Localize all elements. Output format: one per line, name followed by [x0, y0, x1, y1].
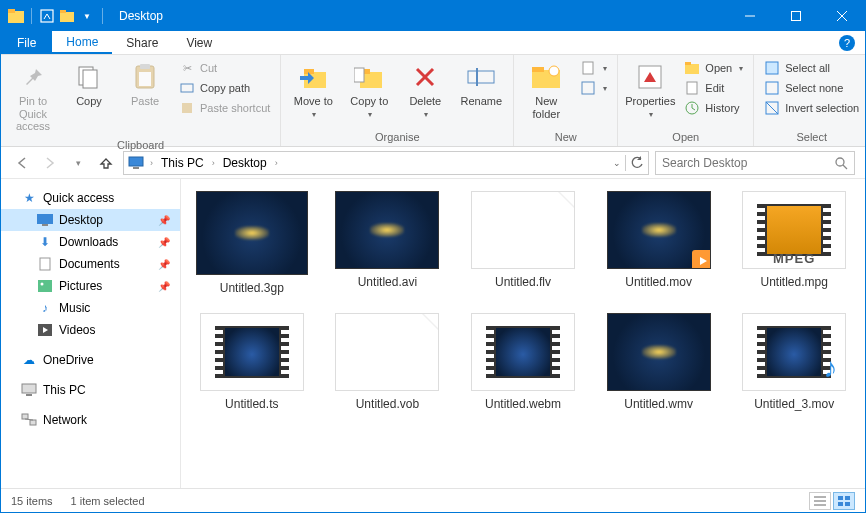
close-button[interactable]	[819, 1, 865, 31]
history-icon	[684, 100, 700, 116]
file-thumbnail	[200, 313, 304, 391]
copy-icon	[73, 61, 105, 93]
svg-rect-20	[354, 68, 364, 82]
pin-quick-access-button[interactable]: Pin to Quick access	[7, 57, 59, 137]
svg-rect-3	[60, 12, 74, 22]
file-label: Untitled.flv	[495, 275, 551, 289]
ribbon-group-new: New folder ▾ ▾ New	[514, 55, 618, 146]
new-folder-button[interactable]: New folder	[520, 57, 572, 124]
delete-button[interactable]: Delete▾	[399, 57, 451, 123]
select-all-button[interactable]: Select all	[760, 59, 863, 77]
open-button[interactable]: Open▾	[680, 59, 747, 77]
select-none-button[interactable]: Select none	[760, 79, 863, 97]
file-item[interactable]: Untitled.wmv	[594, 313, 724, 411]
invert-selection-button[interactable]: Invert selection	[760, 99, 863, 117]
file-item[interactable]: Untitled.3gp	[187, 191, 317, 295]
nav-documents[interactable]: Documents📌	[1, 253, 180, 275]
title-bar: ▼ Desktop	[1, 1, 865, 31]
file-label: Untitled.mpg	[761, 275, 828, 289]
svg-rect-10	[83, 70, 97, 88]
help-icon[interactable]: ?	[839, 35, 855, 51]
downloads-icon: ⬇	[37, 234, 53, 250]
cut-button[interactable]: ✂Cut	[175, 59, 274, 77]
file-thumbnail	[471, 191, 575, 269]
crumb-desktop[interactable]: Desktop	[221, 156, 269, 170]
back-button[interactable]	[11, 152, 33, 174]
window-title: Desktop	[113, 9, 727, 23]
qat-properties-icon[interactable]	[38, 7, 56, 25]
svg-rect-13	[139, 72, 151, 86]
tab-share[interactable]: Share	[112, 31, 172, 54]
history-button[interactable]: History	[680, 99, 747, 117]
edit-button[interactable]: Edit	[680, 79, 747, 97]
minimize-button[interactable]	[727, 1, 773, 31]
file-thumbnail	[335, 191, 439, 269]
address-bar[interactable]: › This PC › Desktop › ⌄	[123, 151, 649, 175]
file-item[interactable]: Untitled.flv	[458, 191, 588, 295]
delete-icon	[409, 61, 441, 93]
file-item[interactable]: Untitled.avi	[323, 191, 453, 295]
paste-shortcut-icon	[179, 100, 195, 116]
file-item[interactable]: MPEGUntitled.mpg	[729, 191, 859, 295]
svg-rect-1	[8, 9, 15, 13]
music-note-icon: ♪	[823, 352, 837, 384]
tab-view[interactable]: View	[172, 31, 226, 54]
svg-rect-15	[182, 103, 192, 113]
nav-this-pc[interactable]: This PC	[1, 379, 180, 401]
search-icon[interactable]	[834, 156, 848, 170]
nav-network[interactable]: Network	[1, 409, 180, 431]
svg-point-46	[41, 283, 44, 286]
svg-rect-58	[838, 502, 843, 506]
qat-newfolder-icon[interactable]	[58, 7, 76, 25]
copy-button[interactable]: Copy	[63, 57, 115, 112]
svg-line-41	[843, 165, 847, 169]
copy-to-button[interactable]: Copy to▾	[343, 57, 395, 123]
file-item[interactable]: ♪Untitled_3.mov	[729, 313, 859, 411]
nav-quick-access[interactable]: ★Quick access	[1, 187, 180, 209]
move-to-button[interactable]: Move to▾	[287, 57, 339, 123]
scissors-icon: ✂	[179, 60, 195, 76]
svg-rect-2	[41, 10, 53, 22]
properties-icon	[634, 61, 666, 93]
nav-videos[interactable]: Videos	[1, 319, 180, 341]
copy-path-icon	[179, 80, 195, 96]
easy-access-button[interactable]: ▾	[576, 79, 611, 97]
navigation-pane: ★Quick access Desktop📌 ⬇Downloads📌 Docum…	[1, 179, 181, 488]
nav-onedrive[interactable]: ☁OneDrive	[1, 349, 180, 371]
tab-home[interactable]: Home	[52, 31, 112, 54]
refresh-icon[interactable]	[630, 156, 644, 170]
view-details-button[interactable]	[809, 492, 831, 510]
svg-rect-31	[685, 64, 699, 74]
svg-rect-57	[845, 496, 850, 500]
search-input[interactable]	[662, 156, 828, 170]
file-label: Untitled.avi	[358, 275, 417, 289]
properties-button[interactable]: Properties▾	[624, 57, 676, 123]
file-item[interactable]: Untitled.mov	[594, 191, 724, 295]
search-box[interactable]	[655, 151, 855, 175]
svg-rect-48	[22, 384, 36, 393]
up-button[interactable]	[95, 152, 117, 174]
nav-downloads[interactable]: ⬇Downloads📌	[1, 231, 180, 253]
qat-dropdown-icon[interactable]: ▼	[78, 7, 96, 25]
maximize-button[interactable]	[773, 1, 819, 31]
paste-shortcut-button[interactable]: Paste shortcut	[175, 99, 274, 117]
view-icons-button[interactable]	[833, 492, 855, 510]
copy-path-button[interactable]: Copy path	[175, 79, 274, 97]
file-item[interactable]: Untitled.webm	[458, 313, 588, 411]
recent-dropdown[interactable]: ▾	[67, 152, 89, 174]
address-dropdown-icon[interactable]: ⌄	[613, 158, 621, 168]
file-list[interactable]: Untitled.3gpUntitled.aviUntitled.flvUnti…	[181, 179, 865, 488]
nav-music[interactable]: ♪Music	[1, 297, 180, 319]
rename-button[interactable]: Rename	[455, 57, 507, 112]
paste-button[interactable]: Paste	[119, 57, 171, 112]
nav-desktop[interactable]: Desktop📌	[1, 209, 180, 231]
nav-pictures[interactable]: Pictures📌	[1, 275, 180, 297]
file-item[interactable]: Untitled.ts	[187, 313, 317, 411]
crumb-this-pc[interactable]: This PC	[159, 156, 206, 170]
file-item[interactable]: Untitled.vob	[323, 313, 453, 411]
file-label: Untitled.mov	[625, 275, 692, 289]
tab-file[interactable]: File	[1, 31, 52, 54]
new-item-button[interactable]: ▾	[576, 59, 611, 77]
forward-button[interactable]	[39, 152, 61, 174]
music-icon: ♪	[37, 300, 53, 316]
